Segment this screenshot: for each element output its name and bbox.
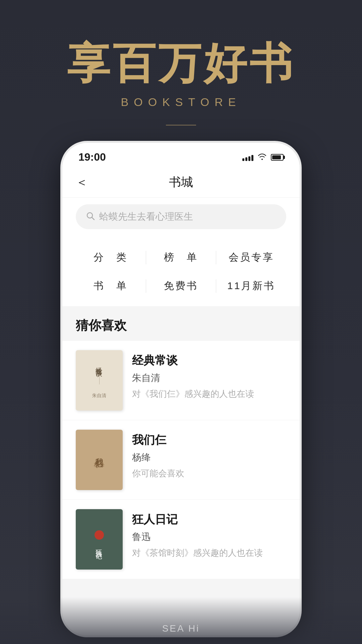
search-placeholder: 蛤蟆先生去看心理医生 [99, 210, 193, 223]
hero-subtitle: BOOKSTORE [121, 96, 241, 109]
book-list: 经典常谈 朱自清 经典常谈 朱自清 对《我们仨》感兴趣的人也在读 [62, 341, 300, 579]
list-item[interactable]: 狂人日记 狂人日记 鲁迅 对《茶馆时刻》感兴趣的人也在读 [62, 500, 300, 579]
bottom-area: SEA Hi [0, 597, 362, 644]
category-item-ranking[interactable]: 榜 单 [146, 245, 216, 270]
category-item-free[interactable]: 免费书 [146, 274, 216, 298]
search-bar[interactable]: 蛤蟆先生去看心理医生 [76, 204, 286, 229]
phone-inner: 19:00 [62, 143, 300, 635]
book-cover-3: 狂人日记 [76, 509, 123, 570]
status-time: 19:00 [78, 151, 106, 163]
content-area: 猜你喜欢 经典常谈 朱自清 经典 [62, 306, 300, 635]
nav-title: 书城 [169, 174, 193, 191]
category-item-booklist[interactable]: 书 单 [76, 274, 146, 298]
phone-mockup: 19:00 [60, 141, 302, 637]
category-row-1: 分 类 榜 单 会员专享 [76, 245, 286, 270]
book-name: 我们仨 [132, 432, 286, 448]
book-name: 经典常谈 [132, 353, 286, 368]
book-cover-2: 我们仨 杨绛 [76, 430, 123, 490]
wifi-icon [257, 153, 267, 162]
book-info-3: 狂人日记 鲁迅 对《茶馆时刻》感兴趣的人也在读 [132, 509, 286, 559]
category-row-2: 书 单 免费书 11月新书 [76, 274, 286, 298]
book-author: 杨绛 [132, 451, 286, 464]
category-item-classify[interactable]: 分 类 [76, 245, 146, 270]
battery-icon [271, 154, 284, 161]
list-item[interactable]: 我们仨 杨绛 我们仨 杨绛 你可能会喜欢 [62, 420, 300, 500]
back-button[interactable]: ＜ [76, 174, 88, 191]
category-item-vip[interactable]: 会员专享 [216, 245, 286, 270]
category-item-newbooks[interactable]: 11月新书 [216, 274, 286, 298]
book-author: 鲁迅 [132, 531, 286, 543]
svg-point-0 [87, 213, 93, 218]
book-info-1: 经典常谈 朱自清 对《我们仨》感兴趣的人也在读 [132, 350, 286, 400]
book-cover-1: 经典常谈 朱自清 [76, 350, 123, 411]
hero-divider [166, 125, 196, 125]
book-name: 狂人日记 [132, 512, 286, 527]
battery-fill [272, 155, 281, 159]
nav-bar: ＜ 书城 [62, 167, 300, 198]
signal-icon [242, 154, 253, 161]
list-item[interactable]: 经典常谈 朱自清 经典常谈 朱自清 对《我们仨》感兴趣的人也在读 [62, 341, 300, 420]
status-bar: 19:00 [62, 143, 300, 167]
book-info-2: 我们仨 杨绛 你可能会喜欢 [132, 430, 286, 479]
book-desc: 对《我们仨》感兴趣的人也在读 [132, 388, 286, 400]
book-author: 朱自清 [132, 372, 286, 384]
category-area: 分 类 榜 单 会员专享 书 单 免费书 11月新书 [62, 237, 300, 306]
status-icons [242, 153, 284, 162]
svg-line-1 [92, 218, 95, 220]
search-area: 蛤蟆先生去看心理医生 [62, 198, 300, 237]
hero-title: 享百万好书 [67, 40, 295, 88]
hero-area: 享百万好书 BOOKSTORE [0, 0, 362, 125]
section-title: 猜你喜欢 [62, 306, 300, 341]
book-desc: 你可能会喜欢 [132, 467, 286, 479]
search-icon [86, 211, 95, 222]
book-desc: 对《茶馆时刻》感兴趣的人也在读 [132, 547, 286, 559]
sea-hi-label: SEA Hi [162, 623, 200, 634]
